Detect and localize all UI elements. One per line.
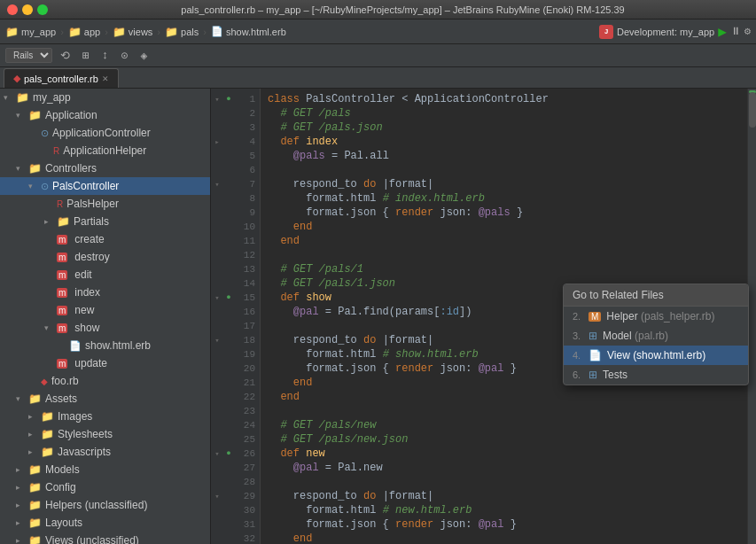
sidebar-item-destroy[interactable]: ▸ m destroy: [0, 248, 210, 266]
ruby-icon: m: [57, 270, 67, 280]
sidebar-item-config[interactable]: ▸ 📁 Config: [0, 478, 210, 496]
sidebar-item-index[interactable]: ▸ m index: [0, 284, 210, 301]
spacer: ▸: [44, 199, 57, 208]
exec-icon: ●: [226, 95, 230, 104]
sidebar-item-new[interactable]: ▸ m new: [0, 301, 210, 319]
scrollbar-thumb[interactable]: [749, 92, 756, 128]
folder-icon: 📁: [28, 517, 42, 529]
menu-item-num: 2.: [573, 311, 583, 322]
sidebar-item-javascripts[interactable]: ▸ 📁 Javascripts: [0, 443, 210, 461]
context-menu-item-view[interactable]: 4. 📄 View (show.html.erb): [564, 346, 748, 365]
breadcrumb-app[interactable]: app: [84, 27, 100, 37]
expand-arrow: ▸: [16, 501, 28, 509]
sidebar-item-assets[interactable]: ▾ 📁 Assets: [0, 390, 210, 408]
folder-icon: 📁: [41, 446, 54, 458]
sidebar-item-edit[interactable]: ▸ m edit: [0, 266, 210, 284]
folder-icon: 📁: [28, 481, 42, 493]
sidebar-item-helpers[interactable]: ▸ 📁 Helpers (unclassified): [0, 496, 210, 514]
sidebar-item-create[interactable]: ▸ m create: [0, 230, 210, 248]
code-line: [268, 475, 749, 489]
fold-icon: ▾: [214, 336, 219, 346]
spacer: ▸: [44, 253, 57, 261]
expand-arrow: ▸: [28, 447, 41, 456]
expand-arrow: ▸: [16, 465, 28, 474]
breadcrumb-views[interactable]: views: [129, 27, 153, 37]
sidebar-item-images[interactable]: ▸ 📁 Images: [0, 408, 210, 425]
window-title: pals_controller.rb – my_app – [~/RubyMin…: [57, 4, 749, 15]
breadcrumb-myapp[interactable]: my_app: [21, 27, 56, 37]
context-menu-item-model[interactable]: 3. ⊞ Model (pal.rb): [564, 326, 748, 346]
rails-dropdown[interactable]: Rails: [5, 48, 52, 63]
folder-icon: 📁: [28, 392, 42, 405]
folder-icon: 📁: [28, 109, 42, 121]
ruby-icon: m: [57, 359, 67, 369]
toolbar-btn-4[interactable]: ⊙: [117, 48, 133, 64]
expand-arrow: ▾: [4, 93, 16, 102]
sidebar-item-application[interactable]: ▾ 📁 Application: [0, 106, 210, 124]
code-line: format.html # new.html.erb: [268, 503, 749, 517]
close-button[interactable]: [7, 4, 18, 15]
sidebar-label: Partials: [74, 215, 109, 228]
run-config[interactable]: Development: my_app: [617, 27, 714, 37]
breadcrumb-file[interactable]: show.html.erb: [226, 27, 286, 37]
breadcrumb-toolbar: 📁 my_app › 📁 app › 📁 views › 📁 pals › 📄 …: [0, 19, 756, 44]
context-menu-item-tests[interactable]: 6. ⊞ Tests: [564, 365, 748, 385]
context-menu: Go to Related Files 2. M Helper (pals_he…: [563, 284, 749, 385]
code-line: end: [268, 390, 749, 404]
traffic-lights: [7, 4, 48, 15]
sidebar-item-controllers[interactable]: ▾ 📁 Controllers: [0, 159, 210, 177]
sidebar-label: show: [74, 322, 99, 334]
sidebar-item-show-erb[interactable]: ▸ 📄 show.html.erb: [0, 337, 210, 354]
sidebar-item-foo[interactable]: ▸ ◆ foo.rb: [0, 372, 210, 390]
code-line: # GET /pals/new.json: [268, 432, 749, 447]
expand-arrow: ▸: [16, 483, 28, 492]
sidebar-item-palshelper[interactable]: ▸ R PalsHelper: [0, 195, 210, 213]
sidebar-item-myapp[interactable]: ▾ 📁 my_app: [0, 89, 210, 106]
code-editor[interactable]: ▾ ▸ ▾ ▾ ▾: [211, 89, 756, 544]
fold-icon: ▾: [214, 449, 219, 459]
ruby-icon: ◆: [41, 377, 48, 386]
folder-icon: 📁: [5, 26, 19, 38]
maximize-button[interactable]: [37, 4, 48, 15]
expand-arrow: ▾: [16, 111, 28, 120]
ruby-icon: m: [57, 306, 67, 315]
gutter-fold: ▾ ▸ ▾ ▾ ▾: [211, 89, 223, 544]
sidebar-item-partials[interactable]: ▸ 📁 Partials: [0, 213, 210, 230]
folder-icon: 📁: [28, 499, 42, 511]
sidebar-item-views[interactable]: ▸ 📁 Views (unclassified): [0, 532, 210, 544]
spacer: ▸: [57, 341, 69, 350]
code-line: # GET /pals/new: [268, 418, 749, 432]
tab-pals-controller[interactable]: ◆ pals_controller.rb ✕: [4, 68, 119, 88]
sidebar-label: Controllers: [45, 162, 97, 175]
toolbar-btn-2[interactable]: ⊞: [78, 48, 94, 64]
context-menu-item-helper[interactable]: 2. M Helper (pals_helper.rb): [564, 307, 748, 326]
tab-close-button[interactable]: ✕: [102, 74, 109, 83]
sidebar-item-stylesheets[interactable]: ▸ 📁 Stylesheets: [0, 425, 210, 443]
sidebar-item-palscontroller[interactable]: ▾ ⊙ PalsController: [0, 177, 210, 195]
code-line: # GET /pals: [268, 106, 749, 120]
sidebar-item-appcontroller[interactable]: ▸ ⊙ ApplicationController: [0, 124, 210, 142]
minimize-button[interactable]: [22, 4, 33, 15]
toolbar-btn-1[interactable]: ⟲: [56, 48, 74, 64]
breadcrumb-pals[interactable]: pals: [181, 27, 199, 37]
sidebar-label: Assets: [45, 392, 77, 405]
toolbar-btn-3[interactable]: ↕: [97, 48, 113, 63]
sidebar-item-layouts[interactable]: ▸ 📁 Layouts: [0, 514, 210, 532]
sidebar-item-show[interactable]: ▾ m show: [0, 319, 210, 337]
sidebar-item-models[interactable]: ▸ 📁 Models: [0, 461, 210, 478]
sidebar-item-apphelper[interactable]: ▸ R ApplicationHelper: [0, 142, 210, 159]
code-line: end: [268, 220, 749, 234]
sidebar-label: ApplicationHelper: [63, 144, 146, 157]
sidebar-label: new: [74, 304, 94, 316]
toolbar-btn-5[interactable]: ◈: [136, 48, 152, 64]
main-layout: ▾ 📁 my_app ▾ 📁 Application ▸ ⊙ Applicati…: [0, 89, 756, 544]
menu-item-num: 6.: [573, 369, 583, 380]
stop-button[interactable]: ⚙: [744, 25, 751, 38]
sidebar-item-update[interactable]: ▸ m update: [0, 354, 210, 372]
sidebar-label: Config: [45, 481, 76, 493]
fold-icon: ▾: [214, 95, 219, 105]
debug-button[interactable]: ⏸: [730, 25, 741, 38]
code-line: class PalsController < ApplicationContro…: [268, 92, 749, 106]
run-button[interactable]: ▶: [718, 23, 727, 41]
folder-icon: 📁: [16, 91, 29, 104]
